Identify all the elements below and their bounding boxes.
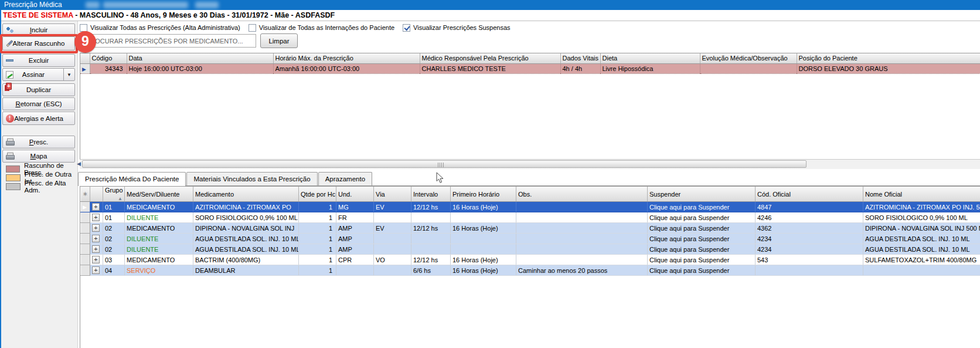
- dropdown-arrow-icon[interactable]: ▼: [63, 69, 74, 80]
- cell-suspend-link[interactable]: Clique aqui para Suspender: [648, 202, 756, 212]
- row-indicator-cell: ▶: [80, 63, 90, 73]
- window-titlebar: Prescrição Médica: [0, 0, 980, 10]
- item-row-grupo-04[interactable]: +04SERVIÇODEAMBULAR16/6 hs16 Horas (Hoje…: [81, 265, 980, 276]
- column-header[interactable]: Posição do Paciente: [797, 53, 980, 63]
- tab-1[interactable]: Materiais Vinculados a Esta Prescrição: [186, 172, 317, 185]
- column-header[interactable]: Dados Vitais: [560, 53, 600, 63]
- column-header[interactable]: Und.: [336, 187, 374, 202]
- cell-medicamento: AGUA DESTILADA SOL. INJ. 10 ML: [193, 244, 299, 255]
- legend-label: Presc. de Alta Adm.: [25, 180, 77, 194]
- sidebar-button-mapa[interactable]: Mapa: [2, 150, 75, 163]
- tab-0[interactable]: Prescrição Médica Do Paciente: [78, 172, 186, 185]
- expand-row-button[interactable]: +: [92, 235, 100, 242]
- checkbox[interactable]: [80, 24, 87, 32]
- expand-row-button[interactable]: +: [92, 203, 100, 211]
- cell-primeiro-horario: 16 Horas (Hoje): [451, 265, 516, 276]
- cell-suspend-link[interactable]: Clique aqui para Suspender: [648, 223, 756, 234]
- cell-suspend-link[interactable]: Clique aqui para Suspender: [648, 255, 756, 265]
- cell-primeiro-horario: 16 Horas (Hoje): [451, 202, 516, 212]
- cell-intervalo: [411, 234, 451, 244]
- checkbox-checked[interactable]: [403, 24, 410, 32]
- column-header[interactable]: Cód. Oficial: [756, 187, 863, 202]
- column-header[interactable]: Grupo▲: [103, 187, 125, 202]
- column-header[interactable]: Medicamento: [193, 187, 299, 202]
- expand-row-button[interactable]: +: [92, 245, 100, 253]
- column-header[interactable]: Suspender: [648, 187, 756, 202]
- column-header[interactable]: Med/Serv/Diluente: [125, 187, 193, 202]
- expand-row-button[interactable]: +: [92, 224, 100, 232]
- cell-nome-oficial: SULFAMETOXAZOL+TRIM 400/80MG: [863, 255, 980, 265]
- cell-nome-oficial: [863, 265, 980, 276]
- cell-qtde: 1: [299, 244, 336, 255]
- patient-details: - MASCULINO - 48 Anos, 9 Meses e 30 Dias…: [75, 11, 335, 19]
- cell-und: MG: [336, 202, 374, 212]
- cell-suspend-link[interactable]: Clique aqui para Suspender: [648, 234, 756, 244]
- column-header[interactable]: Qtde por Hc: [299, 187, 336, 202]
- cell-suspend-link[interactable]: Clique aqui para Suspender: [648, 265, 756, 276]
- item-row-grupo-01[interactable]: ▶+01MEDICAMENTOAZITROMICINA - ZITROMAX P…: [81, 202, 980, 212]
- column-header[interactable]: Nome Oficial: [863, 187, 980, 202]
- column-header[interactable]: Código: [90, 53, 127, 63]
- cell-nome-oficial: SORO FISIOLOGICO 0,9% 100 ML: [863, 212, 980, 223]
- column-header[interactable]: Evolução Médica/Observação: [700, 53, 797, 63]
- cell-cod-oficial: 4362: [756, 223, 863, 234]
- expand-cell: +: [90, 212, 103, 223]
- expand-row-button[interactable]: +: [92, 256, 100, 263]
- sidebar-button-duplicar[interactable]: Duplicar: [2, 83, 75, 96]
- cell-suspend-link[interactable]: Clique aqui para Suspender: [648, 244, 756, 255]
- column-header[interactable]: Via: [374, 187, 411, 202]
- top-grid-cell: Hoje 16:00:00 UTC-03:00: [127, 63, 273, 73]
- checkbox[interactable]: [249, 24, 256, 32]
- cell-medicamento: AGUA DESTILADA SOL. INJ. 10 ML: [193, 234, 299, 244]
- cell-qtde: 1: [299, 223, 336, 234]
- cell-primeiro-horario: [451, 212, 516, 223]
- column-header[interactable]: Obs.: [516, 187, 648, 202]
- view-option-2: Visualizar Prescrições Suspensas: [403, 24, 510, 32]
- cell-via: EV: [374, 223, 411, 234]
- cell-suspend-link[interactable]: Clique aqui para Suspender: [648, 212, 756, 223]
- row-indicator-cell: [81, 244, 90, 255]
- column-header[interactable]: Médico Responsável Pela Prescrição: [420, 53, 560, 63]
- expand-row-button[interactable]: +: [92, 214, 100, 221]
- top-grid-cell: [700, 63, 797, 73]
- clear-search-button[interactable]: Limpar: [260, 33, 298, 48]
- cell-und: [336, 265, 374, 276]
- item-row-grupo-03[interactable]: +03MEDICAMENTOBACTRIM (400/80MG)1CPRVO12…: [81, 255, 980, 265]
- search-input[interactable]: [83, 34, 256, 48]
- sidebar-button-alergias-e-alerta[interactable]: Alergias e Alerta: [2, 112, 75, 125]
- cell-tipo: DILUENTE: [125, 234, 193, 244]
- cell-grupo: 01: [103, 212, 125, 223]
- column-header[interactable]: Data: [127, 53, 273, 63]
- item-row-grupo-02[interactable]: +02DILUENTEAGUA DESTILADA SOL. INJ. 10 M…: [81, 244, 980, 255]
- splitter-bar[interactable]: [82, 160, 807, 168]
- item-row-grupo-01[interactable]: +01DILUENTESORO FISIOLOGICO 0,9% 100 ML1…: [81, 212, 980, 223]
- expand-cell: +: [90, 265, 103, 276]
- sidebar-button-retornar-esc[interactable]: Retornar (ESC): [2, 97, 75, 110]
- cell-qtde: 1: [299, 234, 336, 244]
- sidebar-button-assinar[interactable]: Assinar▼: [2, 68, 75, 81]
- column-header[interactable]: Dieta: [600, 53, 700, 63]
- top-grid-cell: 34343: [90, 63, 127, 73]
- column-header[interactable]: Horário Máx. da Prescrição: [273, 53, 420, 63]
- sidebar-button-label: Alergias e Alerta: [14, 115, 63, 122]
- expand-row-button[interactable]: +: [92, 266, 100, 274]
- column-header[interactable]: Intervalo: [411, 187, 451, 202]
- horizontal-splitter[interactable]: ◀: [80, 160, 980, 169]
- prescription-row[interactable]: ▶34343Hoje 16:00:00 UTC-03:00Amanhã 16:0…: [80, 63, 980, 73]
- cell-intervalo: [411, 212, 451, 223]
- cell-tipo: MEDICAMENTO: [125, 202, 193, 212]
- sidebar-button-excluir[interactable]: Excluir: [2, 54, 75, 67]
- annotation-step-badge: 9: [74, 31, 96, 53]
- column-header[interactable]: Primeiro Horário: [451, 187, 516, 202]
- collapse-left-icon[interactable]: ◀: [77, 161, 81, 167]
- cell-via: [374, 234, 411, 244]
- sidebar-button-presc[interactable]: Presc.: [2, 136, 75, 148]
- cell-cod-oficial: 543: [756, 255, 863, 265]
- item-row-grupo-02[interactable]: +02DILUENTEAGUA DESTILADA SOL. INJ. 10 M…: [81, 234, 980, 244]
- top-grid-cell: Amanhã 16:00:00 UTC-03:00: [273, 63, 420, 73]
- legend-color-swatch: [6, 183, 21, 190]
- view-option-1: Visualizar de Todas as Internações do Pa…: [249, 24, 394, 32]
- cell-qtde: 1: [299, 202, 336, 212]
- item-row-grupo-02[interactable]: +02MEDICAMENTODIPIRONA - NOVALGINA SOL I…: [81, 223, 980, 234]
- tab-2[interactable]: Aprazamento: [318, 172, 372, 185]
